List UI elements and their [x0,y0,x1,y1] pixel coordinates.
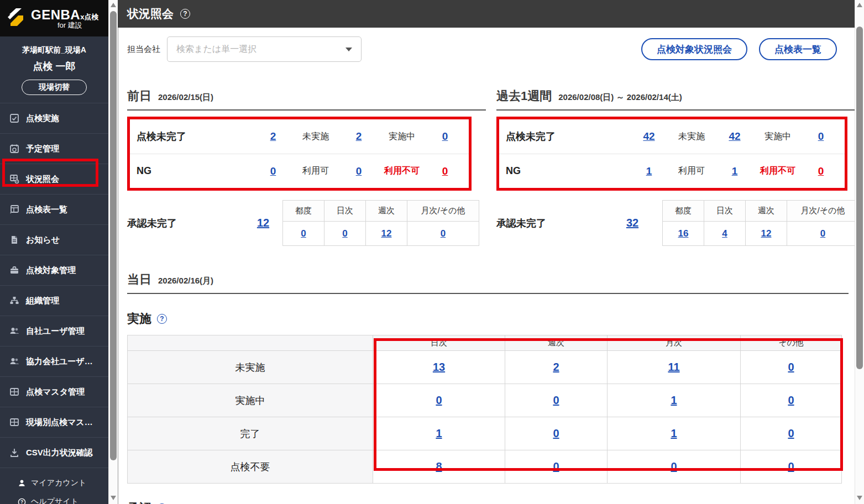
table-list-icon [9,204,19,214]
main-scrollbar[interactable] [855,0,864,504]
sidebar-item-notices[interactable]: お知らせ [0,225,108,255]
count-link[interactable]: 0 [436,394,442,406]
sidebar-item-sheet-list[interactable]: 点検表一覧 [0,195,108,225]
target-status-inquiry-button[interactable]: 点検対象状況照会 [641,38,747,60]
not-done-label: 未実施 [289,131,343,143]
scroll-up-arrow-icon[interactable] [857,3,862,7]
approval-count-link[interactable]: 12 [761,228,772,239]
count-link[interactable]: 2 [553,361,559,373]
not-done-link[interactable]: 2 [356,130,362,142]
yesterday-stat-block: 点検未完了 2 未実施 2 実施中 0 NG 0 利用可 0 利用不可 0 [127,117,472,191]
count-link[interactable]: 8 [436,460,442,473]
ng-total-link[interactable]: 1 [646,165,652,177]
approval-count-link[interactable]: 0 [301,228,306,239]
in-progress-link[interactable]: 0 [818,130,824,142]
scroll-down-arrow-icon[interactable] [111,496,116,500]
sidebar-item-label: お知らせ [26,235,60,245]
sidebar-item-inspection-execute[interactable]: 点検実施 [0,103,108,134]
clipboard-check-icon [9,113,19,123]
not-done-link[interactable]: 42 [729,130,740,142]
app-logo[interactable]: GENBAx点検 for 建設 [0,0,108,36]
in-progress-label: 実施中 [751,131,805,143]
usable-link[interactable]: 0 [356,165,362,177]
count-link[interactable]: 11 [668,361,679,373]
ng-total-link[interactable]: 0 [270,165,276,177]
sidebar-item-site-master[interactable]: 現場別点検マス… [0,407,108,438]
approval-total-link[interactable]: 12 [257,217,269,229]
incomplete-label: 点検未完了 [137,130,258,143]
unusable-link[interactable]: 0 [442,165,448,177]
approval-count-link[interactable]: 0 [342,228,347,239]
sidebar-item-partner-users[interactable]: 協力会社ユーザ… [0,347,108,377]
sidebar-item-label: CSV出力状況確認 [26,448,93,458]
implementation-table: 日次 週次 月次 その他 未実施 13 2 11 0 実施中 0 0 1 0 [127,335,842,484]
sidebar-item-help-site[interactable]: ? ヘルプサイト [0,492,108,504]
scroll-up-arrow-icon[interactable] [111,3,116,7]
count-link[interactable]: 1 [436,427,442,439]
implementation-heading: 実施 ? [127,311,848,327]
page-help-icon[interactable]: ? [180,9,190,19]
sidebar-item-target-management[interactable]: 点検対象管理 [0,255,108,286]
approval-count-link[interactable]: 0 [820,228,825,239]
usable-link[interactable]: 1 [732,165,738,177]
incomplete-total-link[interactable]: 2 [270,130,276,142]
approval-count-link[interactable]: 16 [678,228,689,239]
sheet-list-button[interactable]: 点検表一覧 [759,38,837,60]
sidebar-item-master-management[interactable]: 点検マスタ管理 [0,377,108,407]
approval-count-link[interactable]: 4 [722,228,727,239]
count-link[interactable]: 0 [671,460,677,473]
sidebar-item-my-account[interactable]: マイアカウント [0,474,108,492]
count-link[interactable]: 0 [553,427,559,439]
count-link[interactable]: 0 [788,427,794,439]
sidebar-item-label: 点検実施 [26,113,59,124]
sidebar-scrollbar-thumb[interactable] [110,11,117,460]
filter-row: 担当会社 検索または単一選択 点検対象状況照会 点検表一覧 [127,36,848,62]
count-link[interactable]: 1 [671,427,677,439]
row-label: 完了 [128,417,373,450]
row-label: 実施中 [128,384,373,417]
main-scrollbar-thumb[interactable] [856,27,863,369]
page-title: 状況照会 [127,6,174,22]
count-link[interactable]: 0 [553,394,559,406]
count-link[interactable]: 0 [788,460,794,473]
approval-heading: 承認 ? [127,500,848,504]
implementation-help-icon[interactable]: ? [157,314,167,324]
incomplete-total-link[interactable]: 42 [643,130,654,142]
sidebar-item-schedule[interactable]: 予定管理 [0,134,108,164]
column-header: 都度 [283,201,324,222]
sidebar-item-csv-export[interactable]: CSV出力状況確認 [0,438,108,468]
brand-text: GENBAx点検 for 建設 [31,8,98,29]
count-link[interactable]: 0 [788,361,794,373]
sidebar-item-label: 予定管理 [26,144,59,154]
approval-count-link[interactable]: 12 [381,228,392,239]
column-header: 都度 [663,201,704,222]
in-progress-link[interactable]: 0 [442,130,448,142]
sidebar-item-status-inquiry[interactable]: 状況照会 [0,164,108,195]
sidebar-item-label: 点検対象管理 [26,265,76,276]
count-link[interactable]: 0 [553,460,559,473]
count-link[interactable]: 13 [433,361,445,373]
implementation-title: 実施 [127,311,151,327]
section-date: 2026/02/15(日) [158,92,213,103]
sidebar-menu: 点検実施 予定管理 状況照会 点検表一覧 お知らせ 点検対象管理 組織管理 自 [0,103,108,468]
last-week-approval-row: 承認未完了 32 都度 日次 週次 月次/その他 16 4 12 0 [496,200,859,246]
sidebar-item-organization[interactable]: 組織管理 [0,286,108,316]
count-link[interactable]: 1 [671,394,677,406]
count-link[interactable]: 0 [788,394,794,406]
approval-count-link[interactable]: 0 [441,228,446,239]
genba-logo-icon [4,6,27,30]
company-filter-label: 担当会社 [127,44,160,55]
column-header: 月次/その他 [787,201,859,222]
sidebar-scrollbar[interactable] [108,0,118,504]
sidebar-item-own-users[interactable]: 自社ユーザ管理 [0,316,108,347]
site-name: 茅場町駅前_現場A [3,45,105,55]
scroll-down-arrow-icon[interactable] [857,496,862,500]
column-header: 月次/その他 [407,201,479,222]
company-select[interactable]: 検索または単一選択 [167,36,362,62]
empty-header-cell [128,335,373,351]
company-select-placeholder: 検索または単一選択 [176,44,345,55]
sidebar-item-label: 協力会社ユーザ… [26,356,93,367]
approval-total-link[interactable]: 32 [626,217,638,229]
switch-site-button[interactable]: 現場切替 [22,80,87,95]
unusable-link[interactable]: 0 [818,165,824,177]
